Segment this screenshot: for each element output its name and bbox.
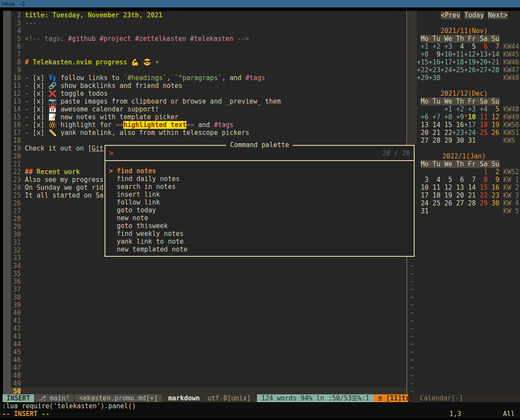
calendar-day[interactable]: 12 xyxy=(488,113,500,121)
calendar-day[interactable]: 25 xyxy=(429,199,440,207)
calendar-day[interactable]: 29 xyxy=(440,137,452,144)
calendar-day[interactable]: +8 xyxy=(440,113,452,121)
calendar-day[interactable]: 31 xyxy=(417,207,429,215)
calendar-day[interactable]: 30 xyxy=(452,137,464,144)
calendar-day[interactable]: 5 xyxy=(440,176,452,184)
calendar-day[interactable]: 15 xyxy=(440,121,452,129)
calendar-day[interactable]: +20 xyxy=(476,58,487,66)
palette-item[interactable]: follow link xyxy=(105,198,414,206)
calendar-day[interactable]: 31 xyxy=(464,137,476,144)
calendar-day[interactable]: +11 xyxy=(452,50,464,58)
palette-item[interactable]: find weekly notes xyxy=(105,230,414,238)
calendar-day[interactable]: 11 xyxy=(476,113,487,121)
calendar-day[interactable]: +8 xyxy=(417,50,429,58)
calendar-day[interactable]: 6 xyxy=(476,43,487,50)
calendar-day[interactable]: +14 xyxy=(488,50,500,58)
calendar-day[interactable]: 10 xyxy=(417,184,429,192)
calendar-day[interactable]: 20 xyxy=(452,192,464,199)
calendar-day[interactable]: +4 xyxy=(476,105,487,113)
calendar-day[interactable]: +27 xyxy=(476,66,487,74)
calendar-day[interactable]: +28 xyxy=(488,66,500,74)
calendar-day[interactable]: +12 xyxy=(464,50,476,58)
calendar-day[interactable]: 28 xyxy=(464,199,476,207)
calendar-nav-next-button[interactable]: Next> xyxy=(488,11,507,19)
palette-item[interactable]: >find notes xyxy=(105,167,414,175)
calendar-day[interactable]: +1 xyxy=(440,105,452,113)
calendar-day[interactable]: 14 xyxy=(464,184,476,192)
palette-item[interactable]: insert link xyxy=(105,191,414,198)
calendar-day[interactable]: +18 xyxy=(452,58,464,66)
calendar-day[interactable]: +3 xyxy=(464,105,476,113)
calendar-day[interactable]: 25 xyxy=(476,129,487,137)
calendar-day[interactable]: 24 xyxy=(417,199,429,207)
calendar-day[interactable]: 8 xyxy=(476,176,487,184)
calendar-day[interactable]: 13 xyxy=(417,121,429,129)
calendar-day[interactable]: 14 xyxy=(429,121,440,129)
palette-item[interactable]: new note xyxy=(105,214,414,222)
calendar-day[interactable]: 20 xyxy=(417,129,429,137)
calendar-day[interactable]: +24 xyxy=(440,66,452,74)
calendar-day[interactable]: 18 xyxy=(429,192,440,199)
calendar-day[interactable]: 18 xyxy=(476,121,487,129)
calendar-day[interactable]: 17 xyxy=(417,192,429,199)
calendar-day[interactable]: 22 xyxy=(476,192,487,199)
command-line[interactable]: :lua require('telekasten').panel() xyxy=(0,402,520,410)
palette-item[interactable]: yank link to note xyxy=(105,238,414,245)
palette-item[interactable]: goto thisweek xyxy=(105,222,414,230)
calendar-day[interactable]: 26 xyxy=(440,199,452,207)
calendar-day[interactable]: 5 xyxy=(488,105,500,113)
calendar-day[interactable]: 1 xyxy=(476,168,487,176)
calendar-day[interactable]: +13 xyxy=(476,50,487,58)
calendar-day[interactable]: 26 xyxy=(488,129,500,137)
calendar-day[interactable]: 27 xyxy=(452,199,464,207)
calendar-day[interactable]: 13 xyxy=(452,184,464,192)
calendar-day[interactable]: 29 xyxy=(476,199,487,207)
calendar-day[interactable]: 28 xyxy=(429,137,440,144)
calendar-day[interactable]: 30 xyxy=(488,199,500,207)
calendar-nav-today-button[interactable]: Today xyxy=(464,11,484,19)
calendar-day[interactable]: 3 xyxy=(417,176,429,184)
terminal-scrollbar[interactable] xyxy=(3,11,11,394)
calendar-day[interactable]: 7 xyxy=(464,176,476,184)
calendar-day[interactable]: 9 xyxy=(488,176,500,184)
calendar-day[interactable]: 7 xyxy=(488,43,500,50)
calendar-day[interactable]: 5 xyxy=(464,43,476,50)
calendar-day[interactable]: +16 xyxy=(429,58,440,66)
calendar-day[interactable]: +7 xyxy=(429,113,440,121)
calendar-day[interactable]: 6 xyxy=(452,176,464,184)
calendar-day[interactable]: 23 xyxy=(488,192,500,199)
calendar-day[interactable]: +24 xyxy=(464,129,476,137)
calendar-day[interactable]: +29 xyxy=(417,74,429,82)
calendar-day[interactable]: 19 xyxy=(488,121,500,129)
calendar-nav-prev-button[interactable]: <Prev xyxy=(441,11,460,19)
calendar-day[interactable]: +19 xyxy=(464,58,476,66)
calendar-day[interactable]: +17 xyxy=(464,121,476,129)
calendar-day[interactable]: +2 xyxy=(429,43,440,50)
calendar-day[interactable]: +10 xyxy=(440,50,452,58)
calendar-day[interactable]: 11 xyxy=(429,184,440,192)
calendar-day[interactable]: 21 xyxy=(464,192,476,199)
calendar-day[interactable]: +1 xyxy=(417,43,429,50)
calendar-day[interactable]: 16 xyxy=(452,121,464,129)
calendar-day[interactable]: 19 xyxy=(440,192,452,199)
calendar-day[interactable]: +15 xyxy=(417,58,429,66)
calendar-day[interactable]: 21 xyxy=(429,129,440,137)
calendar-day-today[interactable]: 10 xyxy=(468,113,476,121)
calendar-day[interactable]: +26 xyxy=(464,66,476,74)
calendar-day[interactable]: +23 xyxy=(429,66,440,74)
calendar-day[interactable]: +9 xyxy=(452,113,464,121)
calendar-day[interactable]: 4 xyxy=(429,176,440,184)
calendar-day[interactable]: 2 xyxy=(488,168,500,176)
calendar-day[interactable]: +22 xyxy=(417,66,429,74)
calendar-day[interactable]: +6 xyxy=(417,113,429,121)
calendar-day[interactable]: 16 xyxy=(488,184,500,192)
calendar-day[interactable]: +30 xyxy=(429,74,440,82)
calendar-day[interactable]: 15 xyxy=(476,184,487,192)
calendar-day[interactable]: 27 xyxy=(417,137,429,144)
calendar-day[interactable]: +17 xyxy=(440,58,452,66)
calendar-day[interactable]: +3 xyxy=(440,43,452,50)
calendar-day[interactable]: +23 xyxy=(452,129,464,137)
palette-item[interactable]: search in notes xyxy=(105,183,414,191)
calendar-day[interactable]: +25 xyxy=(452,66,464,74)
palette-item[interactable]: new templated note xyxy=(105,245,414,253)
